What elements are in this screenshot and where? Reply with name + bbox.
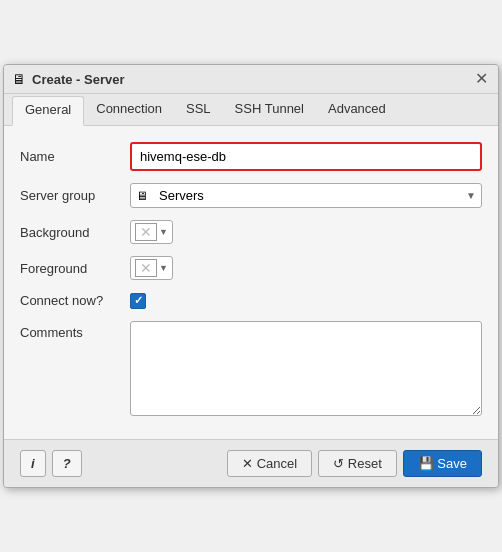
title-bar: 🖥 Create - Server ✕ — [4, 65, 498, 94]
footer-left-buttons: i ? — [20, 450, 82, 477]
background-color-swatch: ✕ — [135, 223, 157, 241]
comments-textarea[interactable] — [130, 321, 482, 416]
dialog-title: Create - Server — [32, 72, 125, 87]
foreground-color-swatch: ✕ — [135, 259, 157, 277]
close-button[interactable]: ✕ — [473, 71, 490, 87]
connect-now-control — [130, 292, 482, 309]
server-group-row: Server group 🖥 Servers ▼ — [20, 183, 482, 208]
save-button[interactable]: 💾 Save — [403, 450, 482, 477]
foreground-row: Foreground ✕ ▼ — [20, 256, 482, 280]
background-label: Background — [20, 225, 130, 240]
connect-now-checkbox[interactable] — [130, 293, 146, 309]
foreground-color-button[interactable]: ✕ ▼ — [130, 256, 173, 280]
tab-ssl[interactable]: SSL — [174, 94, 223, 126]
title-bar-left: 🖥 Create - Server — [12, 71, 125, 87]
info-button[interactable]: i — [20, 450, 46, 477]
background-dropdown-icon: ▼ — [159, 227, 168, 237]
connect-now-label: Connect now? — [20, 293, 130, 308]
tab-advanced[interactable]: Advanced — [316, 94, 398, 126]
dialog-icon: 🖥 — [12, 71, 26, 87]
form-content: Name Server group 🖥 Servers ▼ Background — [4, 126, 498, 439]
tab-ssh-tunnel[interactable]: SSH Tunnel — [223, 94, 316, 126]
server-group-wrapper: 🖥 Servers ▼ — [130, 183, 482, 208]
comments-control — [130, 321, 482, 419]
tab-general[interactable]: General — [12, 96, 84, 126]
comments-row: Comments — [20, 321, 482, 419]
server-group-select-wrapper: 🖥 Servers ▼ — [130, 183, 482, 208]
connect-now-row: Connect now? — [20, 292, 482, 309]
create-server-dialog: 🖥 Create - Server ✕ General Connection S… — [3, 64, 499, 488]
comments-label: Comments — [20, 321, 130, 340]
cancel-button[interactable]: ✕ Cancel — [227, 450, 312, 477]
background-row: Background ✕ ▼ — [20, 220, 482, 244]
background-color-button[interactable]: ✕ ▼ — [130, 220, 173, 244]
server-group-select[interactable]: Servers — [130, 183, 482, 208]
reset-button[interactable]: ↺ Reset — [318, 450, 397, 477]
name-label: Name — [20, 149, 130, 164]
footer-right-buttons: ✕ Cancel ↺ Reset 💾 Save — [227, 450, 482, 477]
background-control: ✕ ▼ — [130, 220, 482, 244]
tabs-bar: General Connection SSL SSH Tunnel Advanc… — [4, 94, 498, 126]
name-row: Name — [20, 142, 482, 171]
server-group-label: Server group — [20, 188, 130, 203]
foreground-control: ✕ ▼ — [130, 256, 482, 280]
name-field-wrapper — [130, 142, 482, 171]
name-input[interactable] — [130, 142, 482, 171]
tab-connection[interactable]: Connection — [84, 94, 174, 126]
foreground-label: Foreground — [20, 261, 130, 276]
dialog-footer: i ? ✕ Cancel ↺ Reset 💾 Save — [4, 439, 498, 487]
foreground-dropdown-icon: ▼ — [159, 263, 168, 273]
help-button[interactable]: ? — [52, 450, 82, 477]
